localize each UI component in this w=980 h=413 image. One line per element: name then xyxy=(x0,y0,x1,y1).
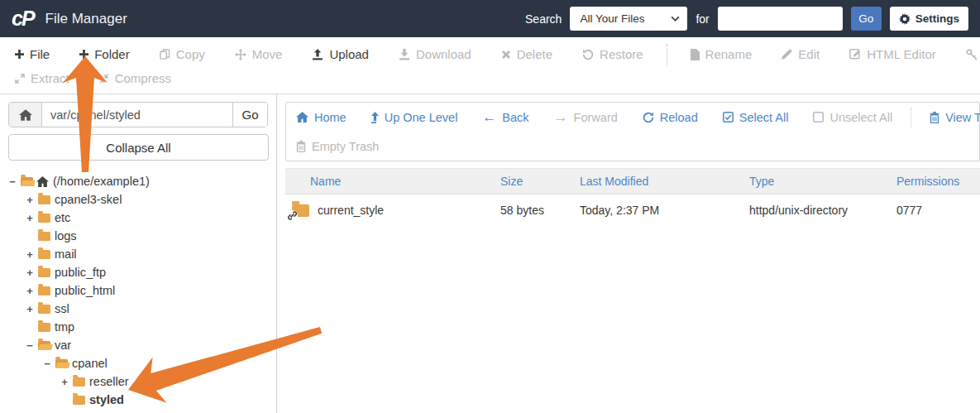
folder-icon xyxy=(38,195,50,204)
tree-item-var[interactable]: − var xyxy=(0,336,276,354)
tree-item-label-selected: styled xyxy=(89,393,124,406)
tree-item-cpanel[interactable]: − cpanel xyxy=(0,354,276,372)
home-directory-button[interactable] xyxy=(9,103,42,127)
restore-button[interactable]: Restore xyxy=(582,47,643,61)
tree-toggle[interactable]: + xyxy=(59,376,70,388)
tree-item-ssl[interactable]: + ssl xyxy=(0,300,276,318)
folder-icon xyxy=(38,268,50,277)
column-header-last-modified[interactable]: Last Modified xyxy=(573,169,743,194)
move-button[interactable]: Move xyxy=(235,47,283,61)
nav-home-button[interactable]: Home xyxy=(296,111,347,124)
delete-button[interactable]: Delete xyxy=(501,47,552,61)
nav-up-one-level-button[interactable]: Up One Level xyxy=(371,111,458,124)
column-header-size[interactable]: Size xyxy=(494,169,573,194)
download-icon xyxy=(399,49,410,60)
tree-item-label: ssl xyxy=(55,302,69,315)
table-row[interactable]: current_style 58 bytes Today, 2:37 PM ht… xyxy=(285,194,980,227)
nav-row-2: Empty Trash xyxy=(286,132,979,161)
column-header-name[interactable]: Name xyxy=(285,169,494,194)
gear-icon xyxy=(899,13,911,25)
download-button[interactable]: Download xyxy=(399,47,471,61)
nav-select-all-button[interactable]: Select All xyxy=(723,111,789,124)
folder-icon xyxy=(38,250,50,259)
tree-item-label: mail xyxy=(55,247,77,261)
column-header-type[interactable]: Type xyxy=(743,169,890,194)
nav-unselect-all-button[interactable]: Unselect All xyxy=(813,111,892,124)
tree-item-etc[interactable]: + etc xyxy=(0,209,276,227)
trash-icon xyxy=(930,112,939,123)
upload-icon xyxy=(312,49,323,60)
nav-back-button[interactable]: ← Back xyxy=(482,110,528,124)
search-scope-select[interactable]: All Your Files xyxy=(570,7,687,31)
navigation-toolbar: Home Up One Level ← Back → Forward Reloa… xyxy=(285,102,980,161)
move-icon xyxy=(235,49,246,60)
main-pane: Home Up One Level ← Back → Forward Reloa… xyxy=(277,94,980,413)
nav-reload-button[interactable]: Reload xyxy=(643,111,698,124)
tree-item-logs[interactable]: logs xyxy=(0,227,276,245)
settings-label: Settings xyxy=(915,12,959,25)
tree-item-home[interactable]: − (/home/example1) xyxy=(0,172,276,190)
tree-item-cpanel3-skel[interactable]: + cpanel3-skel xyxy=(0,190,276,209)
tree-toggle[interactable]: + xyxy=(24,248,36,261)
tree-item-tmp[interactable]: tmp xyxy=(0,318,276,336)
cpanel-logo: cP xyxy=(12,7,34,31)
rename-button[interactable]: Rename xyxy=(691,47,753,61)
tree-item-label: cpanel3-skel xyxy=(55,193,122,206)
copy-button[interactable]: Copy xyxy=(160,47,205,61)
tree-item-public_ftp[interactable]: + public_ftp xyxy=(0,263,276,281)
file-icon xyxy=(691,49,700,60)
collapse-all-button[interactable]: Collapse All xyxy=(8,134,269,161)
trash-icon xyxy=(296,141,306,152)
upload-button[interactable]: Upload xyxy=(312,47,369,61)
tree-item-public_html[interactable]: + public_html xyxy=(0,281,276,300)
folder-icon xyxy=(73,377,85,387)
checkbox-empty-icon xyxy=(813,112,824,122)
tree-item-label: var xyxy=(55,339,71,352)
tree-item-label: cpanel xyxy=(72,357,108,370)
tree-toggle[interactable]: − xyxy=(41,358,53,370)
copy-icon xyxy=(160,49,170,60)
settings-button[interactable]: Settings xyxy=(890,7,968,31)
up-one-level-icon xyxy=(371,112,379,123)
home-icon xyxy=(19,109,32,121)
tree-item-label: (/home/example1) xyxy=(53,175,150,188)
open-folder-icon xyxy=(38,341,50,350)
edit-button[interactable]: Edit xyxy=(782,47,820,61)
html-editor-button[interactable]: HTML Editor xyxy=(849,47,936,61)
nav-forward-button[interactable]: → Forward xyxy=(554,110,618,124)
path-go-button[interactable]: Go xyxy=(232,103,267,127)
pencil-icon xyxy=(782,49,792,60)
compress-button[interactable]: Compress xyxy=(99,71,171,85)
tree-item-mail[interactable]: + mail xyxy=(0,245,276,263)
permissions-button[interactable]: Permissions xyxy=(966,47,980,61)
file-permissions: 0777 xyxy=(890,194,980,227)
toolbar-row-1: File Folder Copy Move Upload Download De… xyxy=(0,42,980,66)
home-icon xyxy=(36,176,49,187)
search-input[interactable] xyxy=(718,7,843,31)
file-last-modified: Today, 2:37 PM xyxy=(573,194,743,227)
column-header-permissions[interactable]: Permissions xyxy=(890,169,980,194)
tree-item-reseller[interactable]: + reseller xyxy=(0,372,276,391)
path-input[interactable] xyxy=(42,103,232,127)
tree-toggle[interactable]: + xyxy=(24,194,36,206)
tree-toggle[interactable]: + xyxy=(24,267,36,279)
tree-toggle[interactable]: + xyxy=(24,303,36,315)
folder-button[interactable]: Folder xyxy=(79,47,130,61)
symlink-badge-icon xyxy=(287,210,298,221)
tree-toggle[interactable]: − xyxy=(24,339,36,352)
nav-empty-trash-button[interactable]: Empty Trash xyxy=(296,140,379,153)
search-go-button[interactable]: Go xyxy=(851,7,882,31)
open-folder-icon xyxy=(21,177,33,186)
file-button[interactable]: File xyxy=(15,47,50,61)
checkbox-checked-icon xyxy=(723,112,734,122)
tree-item-label: reseller xyxy=(89,375,129,388)
tree-toggle[interactable]: + xyxy=(24,285,36,297)
extract-button[interactable]: Extract xyxy=(15,71,69,85)
tree-toggle[interactable]: + xyxy=(24,212,36,224)
search-scope-value: All Your Files xyxy=(580,12,644,25)
html-editor-icon xyxy=(849,49,861,60)
nav-view-trash-button[interactable]: View Trash xyxy=(930,111,980,124)
tree-item-styled[interactable]: styled xyxy=(0,391,276,409)
tree-toggle[interactable]: − xyxy=(7,175,18,188)
top-header-bar: cP File Manager Search All Your Files fo… xyxy=(0,0,980,37)
